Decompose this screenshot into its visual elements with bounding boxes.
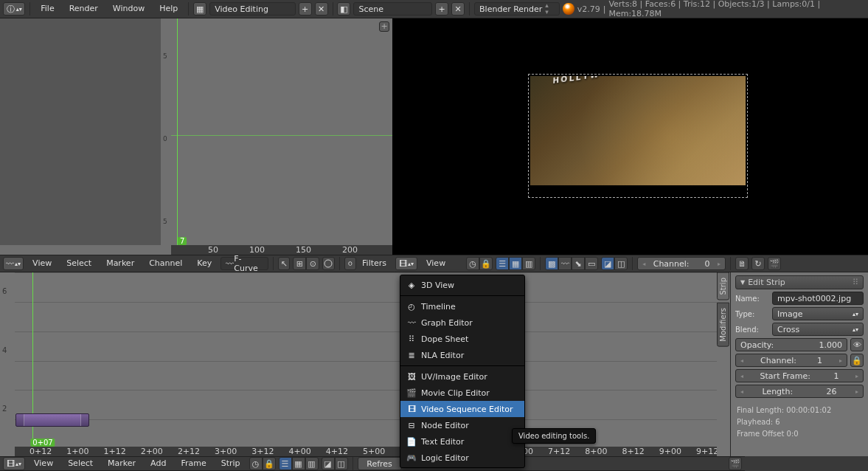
seq-view-prev[interactable]: ▦	[292, 457, 305, 470]
start-frame-field[interactable]: ◂Start Frame: 1▸	[735, 369, 864, 382]
waveform-toggle[interactable]: ⬊	[572, 257, 585, 270]
screen-browse-icon[interactable]: ▦	[193, 2, 206, 16]
playhead-text: Playhead: 6	[735, 417, 864, 427]
panel-header-edit-strip[interactable]: ▼Edit Strip⠿	[735, 275, 864, 289]
strip-name-field[interactable]: mpv-shot0002.jpg	[772, 292, 864, 305]
seq-menu-view[interactable]: View	[28, 458, 59, 470]
graph-frame-badge: 7	[178, 237, 187, 245]
auto-toggle[interactable]: ⊙	[306, 257, 319, 270]
seq-backdrop1[interactable]: ◪	[322, 457, 335, 470]
graph-menu-select[interactable]: Select	[60, 258, 97, 269]
graph-mode-select[interactable]: 〰 F-Curve	[221, 257, 268, 270]
proxy-icon[interactable]: 🗎	[735, 257, 749, 270]
seq-view-seq[interactable]: ☰	[279, 457, 292, 470]
graph-menu-key[interactable]: Key	[191, 258, 218, 269]
channel-field[interactable]: ◂Channel: 1▸	[735, 354, 847, 367]
sidebar-tab-modifiers[interactable]: Modifiers	[717, 303, 729, 347]
seq-menu-select[interactable]: Select	[62, 458, 99, 470]
menu-window[interactable]: Window	[107, 2, 150, 16]
ctx-logic[interactable]: 🎮Logic Editor	[400, 450, 524, 466]
graph-channel-region[interactable]	[0, 18, 161, 245]
ctx-dope[interactable]: ⠿Dope Sheet	[400, 331, 524, 347]
overlay-b-toggle[interactable]: ◫	[614, 257, 628, 270]
normalize-toggle[interactable]: ⊞	[293, 257, 306, 270]
opacity-field[interactable]: Opacity:1.000	[735, 338, 847, 351]
prev-menu-view[interactable]: View	[420, 258, 451, 269]
graph-ruler[interactable]: 50100150200	[171, 245, 392, 255]
seq-type-icon[interactable]: 🎞▴▾	[3, 457, 25, 470]
region-expand-button[interactable]: +	[379, 21, 389, 32]
view-lock-toggle[interactable]: 🔒	[479, 257, 493, 270]
name-label: Name:	[735, 295, 769, 303]
view-seq-toggle[interactable]: ☰	[496, 257, 509, 270]
filters-label[interactable]: Filters	[359, 258, 389, 269]
ctx-graph[interactable]: 〰Graph Editor	[400, 314, 524, 331]
view-preview-toggle[interactable]: ▦	[509, 257, 522, 270]
menu-help[interactable]: Help	[153, 2, 184, 16]
mute-toggle-icon[interactable]: 👁	[850, 338, 864, 351]
seq-tog2[interactable]: 🔒	[263, 457, 276, 470]
view-both-toggle[interactable]: ▥	[522, 257, 535, 270]
seq-menu-add[interactable]: Add	[145, 458, 172, 470]
clock-icon: ◴	[406, 301, 417, 312]
strip-type-select[interactable]: Image▴▾	[772, 307, 864, 320]
sequence-preview[interactable]: HOLLYW	[392, 18, 868, 255]
sequencer-header: 🎞▴▾ View Select Marker Add Frame Strip ◷…	[0, 456, 745, 471]
checker-bg-toggle[interactable]: ▩	[545, 257, 558, 270]
image-strip[interactable]	[15, 413, 89, 427]
editor-type-tooltip: Video editing tools.	[512, 428, 596, 444]
filter-toggle[interactable]: ⚪	[344, 257, 356, 270]
seq-menu-frame[interactable]: Frame	[175, 458, 212, 470]
ctx-vse[interactable]: 🎞Video Sequence Editor	[400, 401, 524, 417]
menu-render[interactable]: Render	[63, 2, 104, 16]
scene-browse-icon[interactable]: ◧	[337, 2, 350, 16]
screen-delete-button[interactable]: ✕	[315, 2, 328, 16]
refresh-button[interactable]: Refres	[358, 457, 402, 470]
preview-channel-field[interactable]: ◂Channel: 0▸	[637, 257, 726, 270]
ctx-timeline[interactable]: ◴Timeline	[400, 298, 524, 314]
ctx-nla[interactable]: ≣NLA Editor	[400, 347, 524, 363]
seq-view-both[interactable]: ▥	[305, 457, 319, 470]
cursor-icon[interactable]: ↖	[278, 257, 290, 270]
scene-delete-button[interactable]: ✕	[451, 2, 465, 16]
ctx-uvimage[interactable]: 🖼UV/Image Editor	[400, 368, 524, 385]
graph-menu-channel[interactable]: Channel	[143, 258, 188, 269]
movieclip-icon[interactable]: 🎬	[768, 257, 781, 270]
seq-tog1[interactable]: ◷	[249, 457, 263, 470]
graph-type-icon[interactable]: 〰▴▾	[3, 257, 24, 270]
screen-add-button[interactable]: +	[299, 2, 312, 16]
histogram-toggle[interactable]: ▭	[585, 257, 598, 270]
seq-backdrop2[interactable]: ◫	[335, 457, 348, 470]
ctx-node[interactable]: ⊟Node Editor	[400, 417, 524, 433]
sequencer-canvas[interactable]: 6 4 2 0+07 0+121+001+122+002+123+003+124…	[0, 272, 730, 456]
ctx-3dview[interactable]: ◈3D View	[400, 277, 524, 293]
refresh-icon[interactable]: ↻	[751, 257, 765, 270]
seq-menu-marker[interactable]: Marker	[102, 458, 142, 470]
graph-canvas[interactable]: +	[171, 18, 392, 245]
sidebar-tab-strip[interactable]: Strip	[717, 272, 729, 300]
lock-toggle-icon[interactable]: 🔒	[850, 354, 864, 367]
render-engine-select[interactable]: Blender Render▴▾	[474, 2, 560, 16]
view-image-toggle[interactable]: ◷	[466, 257, 479, 270]
ctx-text[interactable]: 📄Text Editor	[400, 433, 524, 450]
final-length-text: Final Length: 00:00:01:02	[735, 405, 864, 415]
graph-menu-view[interactable]: View	[27, 258, 58, 269]
strip-blend-select[interactable]: Cross▴▾	[772, 323, 864, 336]
seq-clapper-icon[interactable]: 🎬	[729, 457, 742, 470]
sequencer-ruler[interactable]: 0+121+001+122+002+123+003+124+004+125+00…	[15, 447, 717, 456]
length-field[interactable]: ◂Length: 26▸	[735, 385, 864, 398]
ghost-curves-toggle[interactable]	[322, 257, 334, 270]
vectorscope-toggle[interactable]: 〰	[558, 257, 572, 270]
seq-menu-strip[interactable]: Strip	[215, 458, 246, 470]
sequencer-playhead[interactable]	[32, 272, 33, 456]
seqprev-type-icon[interactable]: 🎞▴▾	[395, 257, 417, 270]
graph-editor-header: 〰▴▾ View Select Marker Channel Key 〰 F-C…	[0, 255, 392, 272]
menu-file[interactable]: File	[35, 2, 60, 16]
ctx-movieclip[interactable]: 🎬Movie Clip Editor	[400, 385, 524, 401]
screen-layout-select[interactable]: Video Editing	[209, 2, 295, 16]
graph-menu-marker[interactable]: Marker	[100, 258, 140, 269]
info-editor-type-icon[interactable]: ⓘ▴▾	[3, 2, 25, 16]
scene-select[interactable]: Scene	[353, 2, 432, 16]
overlay-a-toggle[interactable]: ◪	[601, 257, 614, 270]
scene-add-button[interactable]: +	[435, 2, 448, 16]
